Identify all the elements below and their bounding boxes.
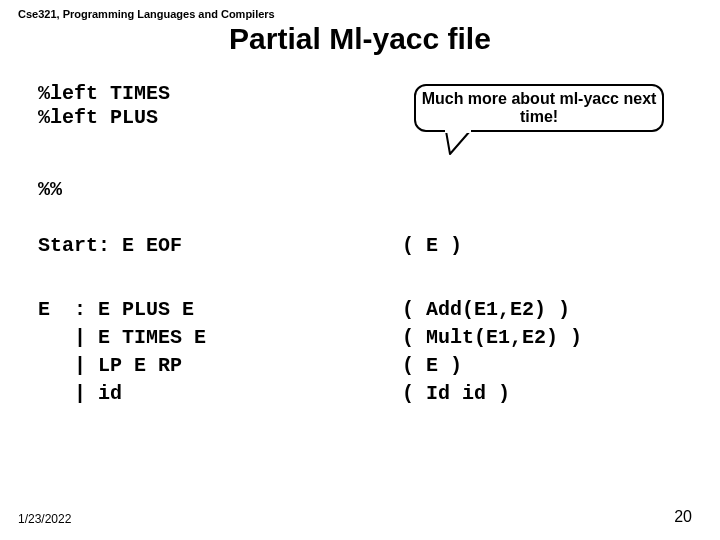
- footer-page-number: 20: [674, 508, 692, 526]
- callout-text: Much more about ml-yacc next time!: [420, 90, 658, 126]
- page-title: Partial Ml-yacc file: [0, 22, 720, 56]
- separator-block: %%: [38, 178, 62, 201]
- footer-date: 1/23/2022: [18, 512, 71, 526]
- e-rule-right: ( Add(E1,E2) ) ( Mult(E1,E2) ) ( E ) ( I…: [402, 296, 582, 408]
- e-rule-left: E : E PLUS E | E TIMES E | LP E RP | id: [38, 296, 206, 408]
- course-label: Cse321, Programming Languages and Compil…: [18, 8, 275, 20]
- start-rule-left: Start: E EOF: [38, 234, 182, 257]
- precedence-block: %left TIMES %left PLUS: [38, 82, 170, 130]
- callout-tail-icon: [442, 130, 474, 156]
- start-rule-right: ( E ): [402, 234, 462, 257]
- callout-bubble: Much more about ml-yacc next time!: [414, 84, 664, 132]
